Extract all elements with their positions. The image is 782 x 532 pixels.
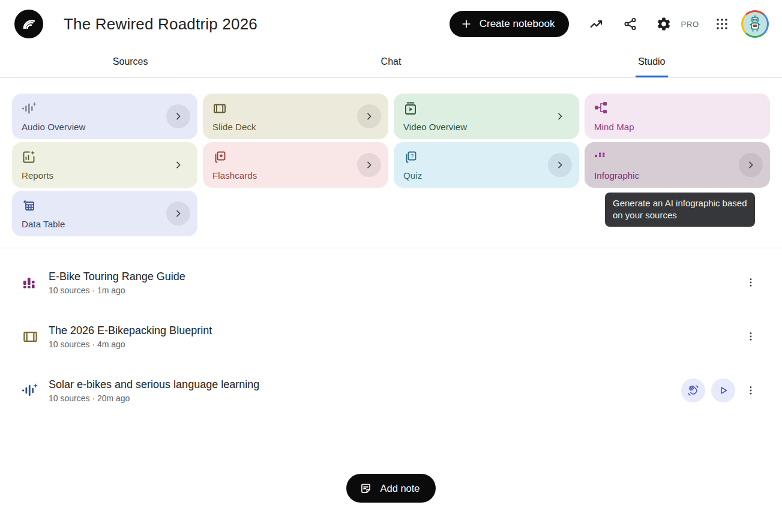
data-table-icon bbox=[22, 199, 188, 213]
artifact-meta: 10 sources · 20m ago bbox=[49, 393, 681, 403]
artifact-text: E-Bike Touring Range Guide 10 sources · … bbox=[49, 270, 742, 295]
avatar[interactable] bbox=[741, 10, 769, 38]
list-item-audio-overview[interactable]: Solar e-bikes and serious language learn… bbox=[0, 363, 782, 417]
tab-bar: Sources Chat Studio bbox=[0, 48, 782, 78]
pro-badge: PRO bbox=[681, 20, 699, 29]
notebook-title[interactable]: The Rewired Roadtrip 2026 bbox=[64, 15, 257, 34]
card-label: Audio Overview bbox=[22, 122, 188, 132]
studio-card-reports[interactable]: Reports bbox=[12, 142, 197, 188]
open-slide-deck-button[interactable] bbox=[357, 104, 381, 128]
reports-chart-icon bbox=[22, 150, 188, 164]
infographic-bars-icon bbox=[594, 150, 760, 158]
infographic-bars-icon bbox=[22, 275, 38, 290]
infographic-tooltip: Generate an AI infographic based on your… bbox=[605, 193, 755, 227]
card-label: Infographic bbox=[594, 170, 760, 181]
apps-grid-icon[interactable] bbox=[708, 10, 736, 38]
artifact-title: The 2026 E-Bikepacking Blueprint bbox=[49, 324, 742, 337]
tab-sources[interactable]: Sources bbox=[0, 48, 260, 77]
tab-chat[interactable]: Chat bbox=[260, 48, 521, 77]
artifact-list: E-Bike Touring Range Guide 10 sources · … bbox=[0, 256, 782, 417]
mind-map-icon bbox=[594, 101, 760, 115]
artifact-text: Solar e-bikes and serious language learn… bbox=[49, 378, 681, 403]
notebooklm-logo-icon[interactable] bbox=[14, 10, 43, 38]
studio-card-quiz[interactable]: ? Quiz bbox=[394, 142, 579, 188]
studio-card-mind-map[interactable]: Mind Map bbox=[585, 94, 770, 139]
more-options-icon[interactable] bbox=[742, 378, 759, 402]
audio-waveform-icon bbox=[22, 101, 188, 116]
more-options-icon[interactable] bbox=[742, 324, 759, 348]
studio-card-audio-overview[interactable]: Audio Overview bbox=[12, 94, 197, 139]
open-reports-button[interactable] bbox=[166, 153, 190, 177]
add-note-label: Add note bbox=[380, 483, 420, 494]
card-label: Reports bbox=[22, 170, 188, 181]
notebooklm-studio-page: The Rewired Roadtrip 2026 Create noteboo… bbox=[0, 0, 782, 532]
audio-actions bbox=[681, 378, 735, 402]
open-infographic-button[interactable] bbox=[739, 153, 763, 177]
tab-chat-label: Chat bbox=[379, 56, 404, 77]
open-data-table-button[interactable] bbox=[166, 202, 190, 226]
card-label: Quiz bbox=[403, 170, 570, 181]
create-notebook-button[interactable]: Create notebook bbox=[450, 11, 570, 37]
add-note-container: Add note bbox=[0, 474, 782, 503]
slide-deck-icon bbox=[22, 329, 38, 345]
play-button[interactable] bbox=[711, 378, 735, 402]
card-label: Video Overview bbox=[403, 122, 570, 132]
open-flashcards-button[interactable] bbox=[357, 153, 381, 177]
open-quiz-button[interactable] bbox=[548, 153, 572, 177]
list-item-slide-deck[interactable]: The 2026 E-Bikepacking Blueprint 10 sour… bbox=[0, 309, 782, 363]
avatar-robot-photo bbox=[743, 12, 767, 36]
quiz-cards-icon: ? bbox=[403, 150, 570, 164]
artifact-title: E-Bike Touring Range Guide bbox=[49, 270, 742, 283]
interactive-mode-button[interactable] bbox=[681, 378, 705, 402]
card-label: Flashcards bbox=[212, 170, 379, 181]
studio-card-slide-deck[interactable]: Slide Deck bbox=[203, 94, 388, 139]
open-audio-overview-button[interactable] bbox=[166, 104, 190, 128]
settings-gear-icon[interactable] bbox=[649, 10, 678, 38]
artifact-meta: 10 sources · 1m ago bbox=[49, 285, 742, 295]
artifact-text: The 2026 E-Bikepacking Blueprint 10 sour… bbox=[49, 324, 742, 349]
video-overview-icon bbox=[403, 101, 570, 116]
add-note-button[interactable]: Add note bbox=[346, 474, 435, 503]
artifact-meta: 10 sources · 4m ago bbox=[49, 339, 742, 349]
open-video-overview-button[interactable] bbox=[548, 104, 572, 128]
studio-card-flashcards[interactable]: Flashcards bbox=[203, 142, 388, 188]
cards-list-divider bbox=[0, 248, 782, 248]
card-label: Mind Map bbox=[594, 122, 760, 132]
artifact-title: Solar e-bikes and serious language learn… bbox=[49, 378, 681, 391]
tab-studio[interactable]: Studio bbox=[522, 48, 782, 77]
card-label: Data Table bbox=[22, 219, 188, 229]
tab-studio-label: Studio bbox=[636, 56, 667, 77]
app-header: The Rewired Roadtrip 2026 Create noteboo… bbox=[0, 0, 782, 48]
svg-text:?: ? bbox=[411, 153, 414, 159]
slide-deck-icon bbox=[212, 101, 379, 116]
card-label: Slide Deck bbox=[212, 122, 379, 132]
list-item-infographic[interactable]: E-Bike Touring Range Guide 10 sources · … bbox=[0, 256, 782, 309]
note-icon bbox=[359, 482, 372, 495]
flashcards-icon bbox=[212, 150, 379, 164]
analytics-trend-icon[interactable] bbox=[582, 10, 611, 38]
create-notebook-label: Create notebook bbox=[480, 18, 555, 30]
audio-waveform-icon bbox=[22, 383, 38, 398]
plus-icon bbox=[460, 18, 472, 30]
share-icon[interactable] bbox=[616, 10, 645, 38]
more-options-icon[interactable] bbox=[742, 270, 759, 294]
studio-card-infographic[interactable]: Infographic bbox=[585, 142, 770, 188]
studio-card-video-overview[interactable]: Video Overview bbox=[394, 94, 579, 139]
tab-sources-label: Sources bbox=[110, 56, 151, 77]
header-actions: Create notebook PRO bbox=[450, 10, 769, 38]
studio-card-data-table[interactable]: Data Table bbox=[12, 191, 197, 236]
